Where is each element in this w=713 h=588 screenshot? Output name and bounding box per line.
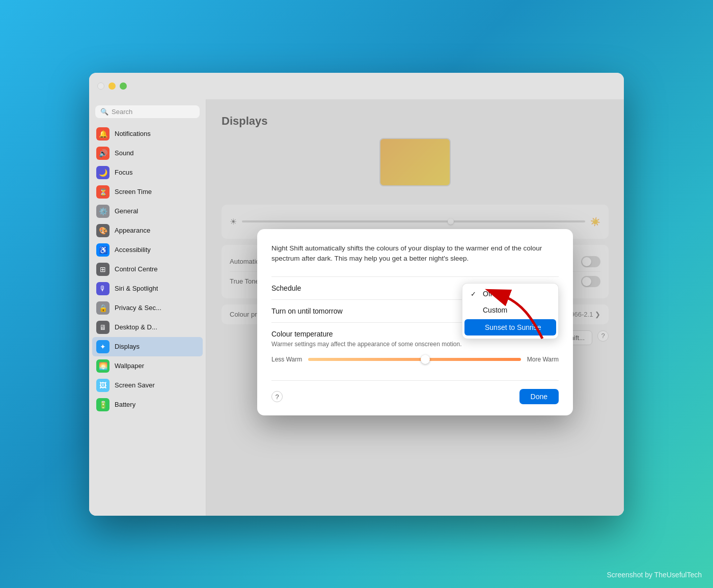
dropdown-label-off: Off: [483, 290, 492, 298]
sidebar-item-siri[interactable]: 🎙 Siri & Spotlight: [89, 279, 206, 298]
sidebar-item-sound[interactable]: 🔊 Sound: [89, 144, 206, 163]
sidebar-item-battery[interactable]: 🔋 Battery: [89, 395, 206, 414]
temp-thumb[interactable]: [421, 355, 430, 364]
sidebar-item-label: Desktop & D...: [115, 323, 157, 331]
sidebar-item-label: Privacy & Sec...: [115, 304, 161, 312]
sidebar-item-notifications[interactable]: 🔔 Notifications: [89, 124, 206, 144]
sidebar-item-desktop[interactable]: 🖥 Desktop & D...: [89, 318, 206, 337]
sidebar-item-label: Accessibility: [115, 246, 151, 254]
battery-icon: 🔋: [96, 398, 109, 411]
dropdown-item-off[interactable]: ✓ Off: [462, 286, 558, 302]
sidebar-item-label: Siri & Spotlight: [115, 285, 158, 292]
colour-temp-desc: Warmer settings may affect the appearanc…: [271, 340, 462, 349]
sidebar-item-label: Appearance: [115, 227, 150, 234]
sidebar-item-label: Notifications: [115, 130, 151, 137]
sidebar-item-label: Screen Time: [115, 188, 152, 195]
sidebar-item-screentime[interactable]: ⏳ Screen Time: [89, 182, 206, 202]
done-button[interactable]: Done: [519, 389, 559, 404]
focus-icon: 🌙: [96, 166, 109, 179]
sidebar-item-focus[interactable]: 🌙 Focus: [89, 163, 206, 182]
privacy-icon: 🔒: [96, 301, 109, 315]
general-icon: ⚙️: [96, 205, 109, 218]
temp-more-warm-label: More Warm: [527, 356, 559, 363]
temp-slider[interactable]: [308, 358, 521, 361]
search-bar[interactable]: 🔍 Search: [95, 105, 200, 118]
sidebar-item-general[interactable]: ⚙️ General: [89, 202, 206, 221]
dropdown-item-sunset[interactable]: Sunset to Sunrise: [464, 319, 556, 335]
minimize-button[interactable]: [108, 82, 116, 90]
displays-icon: ✦: [96, 340, 109, 353]
maximize-button[interactable]: [120, 82, 127, 90]
main-content: Displays ☀ ☀️ Automatically adjust brigh: [206, 99, 624, 516]
sound-icon: 🔊: [96, 147, 109, 160]
check-off: ✓: [471, 290, 479, 298]
sidebar-item-screensaver[interactable]: 🖼 Screen Saver: [89, 376, 206, 395]
search-placeholder: Search: [112, 108, 132, 116]
turn-on-label: Turn on until tomorrow: [271, 307, 343, 315]
night-shift-modal: Night Shift automatically shifts the col…: [257, 229, 573, 416]
notifications-icon: 🔔: [96, 127, 109, 141]
temp-less-warm-label: Less Warm: [271, 356, 302, 363]
watermark: Screenshot by TheUsefulTech: [607, 571, 702, 579]
search-icon: 🔍: [100, 108, 108, 116]
control-icon: ⊞: [96, 263, 109, 276]
colour-temp-title: Colour temperature: [271, 330, 462, 338]
sidebar-item-appearance[interactable]: 🎨 Appearance: [89, 221, 206, 240]
modal-footer: ? Done: [271, 380, 559, 404]
sidebar-item-displays[interactable]: ✦ Displays: [92, 337, 203, 356]
sidebar-item-label: Wallpaper: [115, 362, 144, 370]
dropdown-label-custom: Custom: [483, 306, 507, 314]
siri-icon: 🎙: [96, 282, 109, 295]
dropdown-label-sunset: Sunset to Sunrise: [485, 323, 541, 331]
sidebar-item-label: Control Centre: [115, 265, 158, 273]
sidebar-item-label: Screen Saver: [115, 381, 155, 389]
sidebar: 🔍 Search 🔔 Notifications 🔊 Sound 🌙 Focus…: [89, 99, 206, 516]
wallpaper-icon: 🌅: [96, 359, 109, 373]
dropdown-item-custom[interactable]: Custom: [462, 302, 558, 318]
sidebar-item-privacy[interactable]: 🔒 Privacy & Sec...: [89, 298, 206, 318]
sidebar-item-control[interactable]: ⊞ Control Centre: [89, 260, 206, 279]
sidebar-item-label: Focus: [115, 169, 132, 176]
sidebar-item-label: Battery: [115, 401, 135, 408]
sidebar-item-label: General: [115, 207, 138, 215]
screensaver-icon: 🖼: [96, 379, 109, 392]
sidebar-item-label: Displays: [115, 343, 140, 350]
close-button[interactable]: [97, 82, 104, 90]
schedule-row: Schedule ✓ Off Custom: [271, 276, 559, 299]
sidebar-item-label: Sound: [115, 149, 134, 157]
macos-window: 🔍 Search 🔔 Notifications 🔊 Sound 🌙 Focus…: [89, 73, 624, 516]
modal-help-button[interactable]: ?: [271, 391, 283, 402]
modal-description: Night Shift automatically shifts the col…: [271, 243, 559, 265]
sidebar-item-wallpaper[interactable]: 🌅 Wallpaper: [89, 356, 206, 376]
appearance-icon: 🎨: [96, 224, 109, 237]
schedule-label: Schedule: [271, 284, 301, 292]
schedule-dropdown: ✓ Off Custom Sunset to Sunrise: [462, 283, 559, 339]
title-bar: [89, 73, 624, 99]
desktop-icon: 🖥: [96, 321, 109, 334]
window-body: 🔍 Search 🔔 Notifications 🔊 Sound 🌙 Focus…: [89, 99, 624, 516]
accessibility-icon: ♿: [96, 243, 109, 257]
sidebar-item-accessibility[interactable]: ♿ Accessibility: [89, 240, 206, 260]
temp-slider-wrap: Less Warm More Warm: [271, 356, 559, 363]
screentime-icon: ⏳: [96, 185, 109, 199]
traffic-lights: [97, 82, 127, 90]
